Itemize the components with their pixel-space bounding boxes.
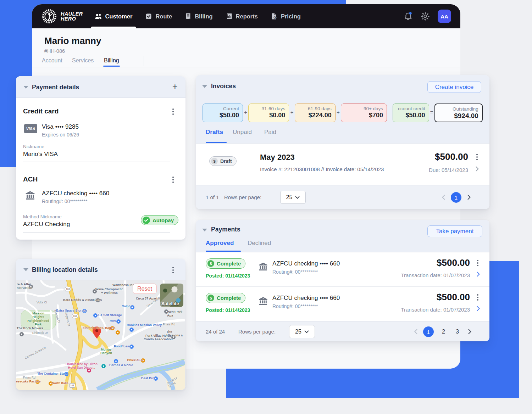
satellite-label: Satellite — [161, 301, 179, 306]
settings-gear-icon[interactable] — [421, 12, 430, 21]
rows-per-page-label: Rows per page: — [224, 194, 261, 200]
map-label: Food4Less — [114, 345, 131, 348]
dollar-circle-icon: $ — [207, 295, 214, 301]
nav-right-controls: AA — [404, 10, 451, 23]
card-number: Visa •••• 9285 — [42, 123, 79, 130]
nav-item-label: Reports — [236, 13, 258, 20]
nav-item-billing[interactable]: Billing — [185, 4, 212, 28]
row-chevron-right-icon[interactable] — [476, 166, 479, 172]
aging-bucket-90plus: 90+ days$700 — [341, 103, 387, 122]
customer-header: Mario manny #HH-086 Account Services Bil… — [32, 28, 460, 67]
highway-163-shield: 163 — [72, 314, 78, 318]
map-label: Murray Canyon — [100, 348, 112, 355]
map-label: Einstein Bros. Bagels — [83, 326, 116, 330]
map-pin-orange — [116, 330, 120, 335]
next-page-icon[interactable] — [467, 195, 471, 200]
billing-location-menu-button[interactable] — [170, 266, 176, 274]
credit-card-heading: Credit card — [23, 107, 59, 115]
checkbox-icon — [145, 13, 152, 20]
nav-item-reports[interactable]: Reports — [226, 4, 258, 28]
invoices-card: Invoices Create invoice Current$50.00 + … — [196, 75, 489, 209]
tab-approved[interactable]: Approved — [206, 240, 234, 247]
row-chevron-right-icon[interactable] — [477, 272, 480, 277]
page-1-button[interactable]: 1 — [451, 192, 461, 203]
receipt-icon — [185, 13, 192, 20]
notification-bell-icon[interactable] — [404, 12, 413, 21]
tab-services[interactable]: Services — [72, 57, 94, 64]
result-count: 24 of 24 — [206, 329, 225, 335]
logo-text: HAULER HERO — [61, 11, 83, 21]
credit-card-menu-button[interactable] — [170, 107, 176, 116]
collapse-chevron-icon[interactable] — [202, 229, 207, 231]
prev-page-icon[interactable] — [442, 195, 445, 200]
collapse-chevron-icon[interactable] — [202, 85, 207, 88]
ach-heading: ACH — [23, 175, 38, 183]
customer-id: #HH-086 — [44, 48, 65, 54]
people-icon — [95, 13, 102, 20]
map-label: Best Buy — [141, 376, 155, 380]
nav-item-label: Pricing — [281, 13, 301, 20]
tab-declined[interactable]: Declined — [248, 240, 271, 247]
highway-163-shield: 163 — [65, 287, 71, 291]
nav-item-customer[interactable]: Customer — [95, 4, 132, 28]
section-title: Payment details — [32, 84, 79, 91]
report-book-icon — [226, 13, 233, 20]
rows-per-page-select[interactable]: 25 — [280, 191, 306, 204]
payment-row-menu-button[interactable] — [475, 259, 481, 267]
ach-menu-button[interactable] — [170, 175, 176, 184]
rows-per-page-label: Rows per page: — [238, 329, 276, 335]
payment-row-menu-button[interactable] — [475, 293, 481, 302]
map-label: esecake Factory — [16, 380, 41, 383]
autopay-badge: Autopay — [141, 215, 178, 225]
tab-paid[interactable]: Paid — [264, 129, 276, 136]
next-page-icon[interactable] — [468, 329, 471, 334]
tire-logo-icon — [42, 9, 57, 24]
rows-per-page-select[interactable]: 25 — [289, 325, 315, 338]
add-payment-method-button[interactable]: + — [172, 81, 178, 92]
operator: = — [429, 103, 434, 122]
page-3-button[interactable]: 3 — [456, 329, 459, 335]
page-1-button[interactable]: 1 — [423, 326, 434, 337]
invoice-row-menu-button[interactable] — [474, 153, 480, 161]
tab-billing[interactable]: Billing — [104, 57, 119, 64]
take-payment-button[interactable]: Take payment — [427, 225, 482, 237]
aging-bucket-outstanding: Outstanding$924.00 — [434, 103, 483, 122]
collapse-chevron-icon[interactable] — [23, 86, 28, 89]
page-2-button[interactable]: 2 — [442, 329, 445, 335]
invoice-period: May 2023 — [260, 153, 295, 162]
nav-item-label: Route — [155, 13, 172, 20]
payment-details-header: Payment details + — [16, 76, 185, 98]
payment-details-card: Payment details + Credit card VISA Visa … — [16, 76, 185, 240]
payment-row: $ Complete Posted: 01/14/2023 AZFCU chec… — [196, 252, 489, 287]
collapse-chevron-icon[interactable] — [23, 268, 28, 271]
map-reset-button[interactable]: Reset — [133, 284, 157, 294]
tab-unpaid[interactable]: Unpaid — [233, 129, 252, 136]
tab-drafts[interactable]: Drafts — [206, 129, 223, 136]
map-pin-blue — [129, 328, 134, 332]
tab-account[interactable]: Account — [42, 57, 62, 64]
row-chevron-right-icon[interactable] — [477, 306, 480, 311]
satellite-view-toggle[interactable]: Satellite — [160, 284, 183, 307]
payment-amount: $500.00 — [437, 257, 470, 268]
rows-per-page-value: 25 — [295, 329, 301, 335]
method-nickname-value: AZFCU Checking — [23, 221, 70, 228]
nav-item-pricing[interactable]: $ Pricing — [271, 4, 301, 28]
aging-bucket-account-credit: ccount credit$50.00 — [393, 103, 429, 122]
map-label: North Italia — [52, 381, 68, 385]
complete-label: Complete — [217, 261, 241, 267]
nav-item-route[interactable]: Route — [145, 4, 172, 28]
prev-page-icon[interactable] — [414, 329, 417, 334]
map-label: The Container Store — [37, 372, 68, 375]
map-label: Park Villas North Condo Association — [144, 334, 173, 341]
user-avatar[interactable]: AA — [438, 10, 451, 23]
map-label: A-1 Self Storage — [97, 313, 122, 317]
aging-bucket-61-90: 61-90 days$224.00 — [295, 103, 336, 122]
app-logo[interactable]: HAULER HERO — [42, 9, 83, 24]
map-label: West Park Apa — [167, 310, 185, 318]
section-title: Payments — [211, 226, 240, 233]
invoice-row: $ Draft May 2023 Invoice #: 221203001008… — [196, 144, 489, 185]
aging-bucket-current: Current$50.00 — [203, 103, 243, 122]
map[interactable]: 163 163 163 re & After nstruction — [16, 280, 185, 390]
billing-location-header: Billing location details — [16, 259, 185, 280]
create-invoice-button[interactable]: Create invoice — [427, 81, 481, 93]
